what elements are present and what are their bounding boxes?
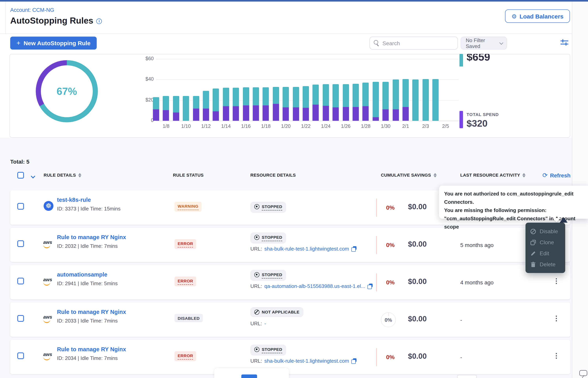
bar-spend-segment[interactable] (273, 104, 279, 121)
bar-spend-segment[interactable] (253, 105, 259, 121)
sort-icon[interactable] (523, 173, 526, 177)
menu-item-delete[interactable]: Delete (525, 259, 565, 270)
rule-name-link[interactable]: Rule to manage RY Nginx (57, 346, 126, 352)
menu-item-disable[interactable]: Disable (525, 226, 565, 237)
filter-panel-icon[interactable] (560, 39, 569, 47)
copy-icon[interactable] (368, 284, 373, 289)
status-badge[interactable]: ERROR (175, 239, 196, 249)
bar-savings-segment[interactable] (263, 87, 269, 105)
column-cumulative-savings[interactable]: CUMULATIVE SAVINGS (381, 173, 436, 177)
select-menu-chevron-icon[interactable] (31, 174, 35, 179)
bar-spend-segment[interactable] (263, 105, 269, 121)
bar-spend-segment[interactable] (283, 107, 289, 121)
bar-spend-segment[interactable] (153, 109, 159, 121)
bar-savings-segment[interactable] (393, 80, 399, 109)
bar-savings-segment[interactable] (373, 82, 379, 117)
bar-savings-segment[interactable] (163, 96, 169, 110)
resource-status-chip[interactable]: NOT APPLICABLE (250, 307, 303, 317)
url-link[interactable]: - (264, 321, 266, 326)
bar-spend-segment[interactable] (173, 112, 179, 121)
resource-status-chip[interactable]: STOPPED (250, 270, 286, 281)
bar-savings-segment[interactable] (193, 96, 199, 108)
bar-savings-segment[interactable] (412, 80, 419, 121)
bar-savings-segment[interactable] (233, 88, 239, 106)
bar-savings-segment[interactable] (253, 87, 259, 105)
status-badge[interactable]: ERROR (175, 277, 196, 286)
bar-spend-segment[interactable] (402, 107, 409, 121)
sort-icon[interactable] (433, 173, 436, 177)
row-checkbox[interactable] (17, 240, 24, 247)
bar-spend-segment[interactable] (223, 106, 229, 121)
bar-spend-segment[interactable] (203, 108, 209, 121)
row-checkbox[interactable] (17, 352, 24, 359)
row-checkbox[interactable] (17, 203, 24, 210)
bar-spend-segment[interactable] (373, 117, 379, 121)
chat-bubble-icon[interactable] (579, 370, 587, 376)
url-link[interactable]: sha-bulk-rule-test-1.lightwingtest.com (264, 246, 349, 252)
bar-savings-segment[interactable] (313, 85, 319, 105)
page-size-select[interactable] (457, 375, 477, 378)
bar-savings-segment[interactable] (383, 82, 389, 109)
saved-filter-select[interactable]: No Filter Saved (461, 37, 507, 50)
rule-name-link[interactable]: automationsample (57, 271, 107, 278)
bar-spend-segment[interactable] (293, 107, 299, 121)
bar-savings-segment[interactable] (273, 87, 279, 104)
row-options-kebab-icon[interactable]: ⋮ (553, 314, 560, 323)
status-badge[interactable]: DISABLED (175, 314, 203, 322)
resource-status-chip[interactable]: STOPPED (250, 232, 286, 243)
bar-spend-segment[interactable] (343, 107, 349, 121)
bar-savings-segment[interactable] (323, 84, 329, 106)
bar-savings-segment[interactable] (363, 83, 369, 106)
select-all-checkbox[interactable] (17, 172, 24, 179)
sort-icon[interactable] (78, 173, 82, 177)
status-badge[interactable]: WARNING (175, 202, 202, 212)
refresh-button[interactable]: ⟳ Refresh (542, 172, 571, 179)
bar-savings-segment[interactable] (243, 87, 249, 105)
rule-name-link[interactable]: Rule to manage RY Nginx (57, 234, 126, 240)
copy-icon[interactable] (351, 246, 357, 252)
status-badge[interactable]: ERROR (175, 351, 196, 361)
bar-spend-segment[interactable] (163, 110, 169, 121)
bar-savings-segment[interactable] (332, 84, 339, 107)
row-options-kebab-icon[interactable]: ⋮ (553, 277, 560, 285)
bar-spend-segment[interactable] (243, 105, 249, 121)
resource-status-chip[interactable]: STOPPED (250, 345, 286, 356)
bar-savings-segment[interactable] (173, 96, 179, 112)
menu-item-clone[interactable]: Clone (525, 237, 565, 248)
bar-spend-segment[interactable] (213, 111, 219, 121)
bar-savings-segment[interactable] (183, 96, 189, 121)
pagination-active-page[interactable] (241, 375, 257, 378)
column-rule-details[interactable]: RULE DETAILS (44, 173, 82, 177)
bar-savings-segment[interactable] (343, 84, 349, 107)
bar-savings-segment[interactable] (432, 79, 439, 121)
bar-spend-segment[interactable] (383, 109, 389, 121)
bar-spend-segment[interactable] (193, 108, 199, 121)
row-options-kebab-icon[interactable]: ⋮ (553, 352, 560, 360)
rule-name-link[interactable]: test-k8s-rule (57, 197, 91, 203)
column-last-resource-activity[interactable]: LAST RESOURCE ACTIVITY (460, 173, 526, 177)
bar-spend-segment[interactable] (353, 107, 359, 121)
bar-savings-segment[interactable] (293, 87, 299, 107)
row-checkbox[interactable] (17, 315, 24, 322)
menu-item-edit[interactable]: Edit (525, 248, 565, 259)
bar-spend-segment[interactable] (393, 109, 399, 121)
account-breadcrumb[interactable]: Account: CCM-NG (10, 7, 54, 13)
rule-name-link[interactable]: Rule to manage RY Nginx (57, 309, 126, 315)
bar-spend-segment[interactable] (233, 106, 239, 121)
info-icon[interactable]: i (97, 18, 102, 24)
bar-spend-segment[interactable] (313, 105, 319, 121)
copy-icon[interactable] (351, 358, 357, 364)
bar-savings-segment[interactable] (283, 87, 289, 107)
load-balancers-button[interactable]: ⚙ Load Balancers (505, 9, 570, 23)
url-link[interactable]: qa-automation-alb-515563988.us-east-1.el… (264, 283, 365, 289)
bar-savings-segment[interactable] (353, 84, 359, 107)
bar-savings-segment[interactable] (223, 88, 229, 106)
search-input[interactable] (382, 37, 454, 49)
bar-savings-segment[interactable] (303, 86, 309, 108)
bar-spend-segment[interactable] (323, 106, 329, 121)
bar-spend-segment[interactable] (332, 107, 339, 121)
bar-savings-segment[interactable] (203, 91, 209, 108)
bar-savings-segment[interactable] (213, 88, 219, 111)
bar-spend-segment[interactable] (303, 108, 309, 121)
new-autostopping-rule-button[interactable]: + New AutoStopping Rule (10, 37, 97, 50)
